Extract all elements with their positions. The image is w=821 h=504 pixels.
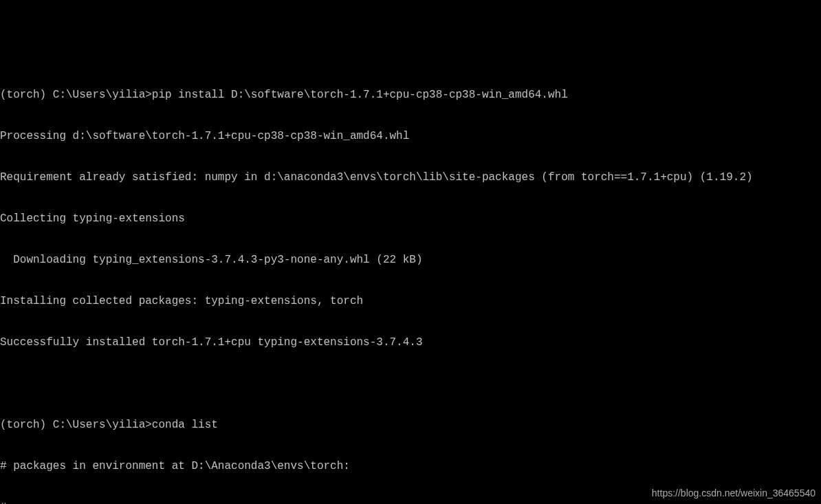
terminal-line: Downloading typing_extensions-3.7.4.3-py…	[0, 253, 821, 267]
prompt: (torch) C:\Users\yilia>	[0, 89, 152, 101]
watermark-text: https://blog.csdn.net/weixin_36465540	[652, 486, 815, 500]
terminal-window[interactable]: (torch) C:\Users\yilia>pip install D:\so…	[0, 61, 821, 504]
terminal-line: Requirement already satisfied: numpy in …	[0, 171, 821, 184]
terminal-line	[0, 377, 821, 391]
terminal-line: #	[0, 501, 821, 504]
terminal-line: Successfully installed torch-1.7.1+cpu t…	[0, 336, 821, 349]
terminal-line: (torch) C:\Users\yilia>conda list	[0, 418, 821, 432]
terminal-line: # packages in environment at D:\Anaconda…	[0, 459, 821, 473]
terminal-line: (torch) C:\Users\yilia>pip install D:\so…	[0, 88, 821, 102]
command-text: conda list	[152, 419, 218, 431]
terminal-line: Collecting typing-extensions	[0, 212, 821, 226]
terminal-line: Installing collected packages: typing-ex…	[0, 294, 821, 308]
prompt: (torch) C:\Users\yilia>	[0, 419, 152, 431]
command-text: pip install D:\software\torch-1.7.1+cpu-…	[152, 89, 568, 101]
terminal-line: Processing d:\software\torch-1.7.1+cpu-c…	[0, 129, 821, 143]
